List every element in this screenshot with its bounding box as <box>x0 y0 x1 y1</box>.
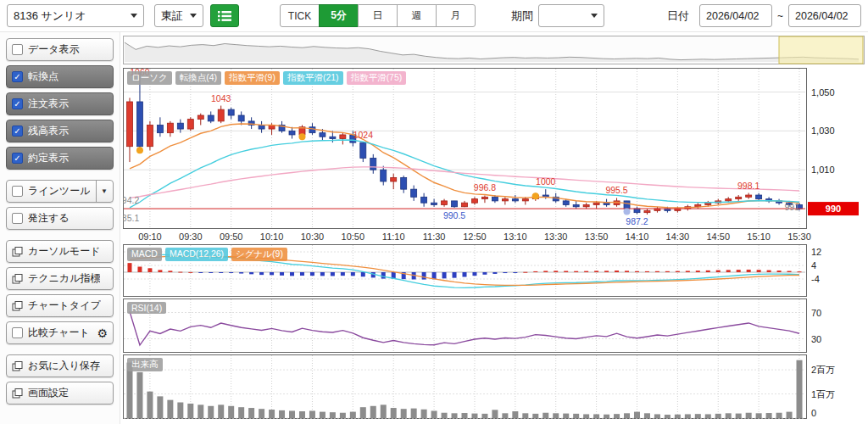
sidebar-item-label: ラインツール <box>28 184 90 198</box>
date-range: 日付 ~ <box>667 4 861 27</box>
checkbox[interactable]: ✓ <box>12 71 23 82</box>
svg-text:1024: 1024 <box>353 130 374 140</box>
sidebar-item-screen-settings[interactable]: 画面設定 <box>6 382 114 404</box>
volume-panel[interactable]: 出来高 2百万1百万0 <box>123 354 866 419</box>
sidebar-item-balance-display[interactable]: ✓残高表示 <box>6 120 114 142</box>
svg-text:09:10: 09:10 <box>138 232 162 242</box>
svg-text:10:10: 10:10 <box>260 232 284 242</box>
chevron-down-icon[interactable]: ▼ <box>96 181 108 202</box>
checkbox[interactable]: ✓ <box>12 126 23 137</box>
chevron-down-icon <box>190 14 197 18</box>
checkbox[interactable]: ✓ <box>12 98 23 109</box>
svg-text:10:50: 10:50 <box>342 232 365 242</box>
svg-text:70: 70 <box>811 308 821 318</box>
svg-text:13:10: 13:10 <box>504 232 527 242</box>
svg-text:12:50: 12:50 <box>463 232 487 242</box>
exchange-selector-value: 東証 <box>161 8 183 24</box>
sidebar-item-label: カーソルモード <box>28 244 100 259</box>
sidebar-item-line-tool[interactable]: ラインツール▼ <box>6 180 114 203</box>
sidebar-item-technical-indicator[interactable]: テクニカル指標 <box>6 267 114 290</box>
timeframe-月[interactable]: 月 <box>436 4 476 27</box>
period-selector[interactable] <box>538 4 604 27</box>
svg-text:991: 991 <box>784 202 799 212</box>
date-to-input[interactable] <box>788 4 861 27</box>
timeframe-週[interactable]: 週 <box>397 4 437 27</box>
exchange-selector[interactable]: 東証 <box>154 4 203 27</box>
sidebar-item-data-display[interactable]: データ表示 <box>6 38 114 61</box>
sidebar-item-turning-point[interactable]: ✓転換点 <box>6 65 114 88</box>
overview-strip[interactable] <box>123 36 866 64</box>
legend-pill: ローソク <box>127 71 172 85</box>
volume-legend: 出来高 <box>127 358 163 371</box>
price-legend: ローソク転換点(4)指数平滑(9)指数平滑(21)指数平滑(75) <box>127 71 406 85</box>
price-panel[interactable]: ローソク転換点(4)指数平滑(9)指数平滑(21)指数平滑(75) 1,0501… <box>123 68 866 229</box>
legend-pill: 指数平滑(75) <box>347 71 407 85</box>
window-icon <box>12 388 23 399</box>
timeframe-5分[interactable]: 5分 <box>319 4 359 27</box>
rsi-chart-svg[interactable]: 7030 <box>123 298 865 353</box>
volume-chart-svg[interactable]: 2百万1百万0 <box>123 354 865 419</box>
svg-text:1,050: 1,050 <box>811 87 835 98</box>
svg-text:2百万: 2百万 <box>811 365 835 375</box>
svg-text:994.2: 994.2 <box>123 195 139 205</box>
app-body: データ表示✓転換点✓注文表示✓残高表示✓約定表示ラインツール▼発注するカーソルモ… <box>0 32 868 424</box>
sidebar-item-favorite-save[interactable]: お気に入り保存 <box>6 354 114 377</box>
rsi-panel[interactable]: RSI(14) 7030 <box>123 298 866 353</box>
macd-legend: MACDMACD(12,26)シグナル(9) <box>127 248 287 261</box>
sidebar-item-label: チャートタイプ <box>28 298 101 313</box>
svg-text:14:10: 14:10 <box>626 232 649 242</box>
sidebar-item-chart-type[interactable]: チャートタイプ <box>6 294 114 317</box>
svg-text:-4: -4 <box>811 274 820 284</box>
timeframe-日[interactable]: 日 <box>358 4 398 27</box>
sidebar-item-execution-display[interactable]: ✓約定表示 <box>6 147 114 170</box>
stock-selector[interactable]: 8136 サンリオ <box>7 4 144 27</box>
sidebar-item-label: 画面設定 <box>28 386 69 400</box>
svg-text:14:30: 14:30 <box>666 232 690 242</box>
sidebar-item-place-order[interactable]: 発注する <box>6 207 114 230</box>
period-label: 期間 <box>511 8 533 24</box>
svg-text:11:10: 11:10 <box>382 232 405 242</box>
overview-chart-svg[interactable] <box>123 36 865 64</box>
window-icon <box>12 247 23 257</box>
topbar: 8136 サンリオ 東証 TICK5分日週月 期間 日付 ~ <box>0 0 868 32</box>
checkbox[interactable] <box>12 186 23 197</box>
gear-icon[interactable]: ⚙ <box>97 327 108 339</box>
date-from-input[interactable] <box>699 4 772 27</box>
legend-pill: 出来高 <box>127 358 163 371</box>
chart-list-button[interactable] <box>210 4 239 27</box>
sidebar-item-label: 発注する <box>28 211 70 226</box>
checkbox[interactable]: ✓ <box>12 153 23 164</box>
svg-text:11:30: 11:30 <box>423 232 446 242</box>
svg-text:998.1: 998.1 <box>737 181 760 191</box>
legend-pill: RSI(14) <box>127 302 166 314</box>
svg-text:09:30: 09:30 <box>179 232 203 242</box>
sidebar-item-label: 残高表示 <box>28 124 69 138</box>
checkbox[interactable] <box>12 44 23 55</box>
sidebar-item-label: お気に入り保存 <box>28 359 100 373</box>
trading-chart-app: 8136 サンリオ 東証 TICK5分日週月 期間 日付 ~ データ表 <box>0 0 868 424</box>
checkbox[interactable] <box>12 213 23 224</box>
price-chart-svg[interactable]: 1,0501,0301,010990106010431024996.810009… <box>123 68 865 229</box>
sidebar-item-label: 転換点 <box>28 70 58 84</box>
legend-pill: シグナル(9) <box>231 248 287 261</box>
legend-pill: 指数平滑(9) <box>225 71 280 85</box>
sidebar-item-order-display[interactable]: ✓注文表示 <box>6 92 114 115</box>
macd-panel[interactable]: MACDMACD(12,26)シグナル(9) 124-4 <box>123 244 866 297</box>
svg-text:14:50: 14:50 <box>706 232 730 242</box>
sidebar-item-label: 比較チャート <box>28 326 90 340</box>
svg-text:1043: 1043 <box>211 93 231 103</box>
chart-area: ローソク転換点(4)指数平滑(9)指数平滑(21)指数平滑(75) 1,0501… <box>120 32 868 424</box>
chevron-down-icon <box>591 14 598 18</box>
sidebar-item-cursor-mode[interactable]: カーソルモード <box>6 240 114 263</box>
timeframe-TICK[interactable]: TICK <box>280 4 320 27</box>
checkbox[interactable] <box>12 327 23 338</box>
svg-text:0: 0 <box>811 408 816 418</box>
sidebar-item-label: テクニカル指標 <box>28 271 100 286</box>
svg-text:996.8: 996.8 <box>474 182 496 192</box>
timeframe-group: TICK5分日週月 <box>280 4 476 27</box>
date-separator: ~ <box>777 10 783 22</box>
sidebar-item-comparison-chart[interactable]: 比較チャート⚙ <box>6 321 114 344</box>
date-label: 日付 <box>667 8 689 24</box>
svg-text:1百万: 1百万 <box>811 389 835 399</box>
svg-text:985.1: 985.1 <box>123 213 139 223</box>
